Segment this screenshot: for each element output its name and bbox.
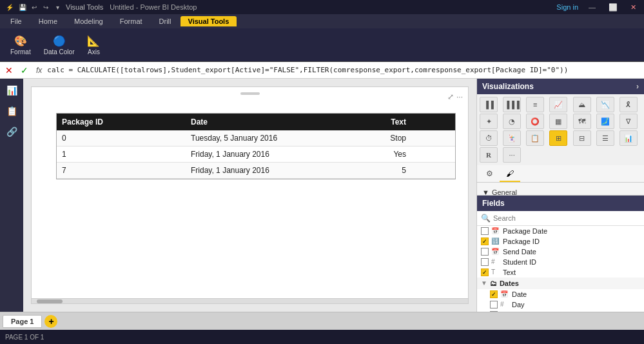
tab-modeling[interactable]: Modeling bbox=[66, 16, 111, 26]
save-icon[interactable]: 💾 bbox=[18, 3, 27, 12]
viz-expand-btn[interactable]: › bbox=[636, 82, 639, 91]
viz-icon-gauge[interactable]: ⏱ bbox=[480, 130, 498, 146]
viz-icon-hbar[interactable]: ≡ bbox=[526, 97, 544, 112]
col-header-text: Text bbox=[347, 114, 411, 130]
ribbon-btn-data-color[interactable]: 🔵 Data Color bbox=[39, 34, 80, 57]
viz-icon-line[interactable]: 📈 bbox=[549, 97, 567, 112]
general-section-header[interactable]: ▼ General bbox=[482, 187, 639, 195]
tab-drill[interactable]: Drill bbox=[151, 16, 179, 26]
field-checkbox-student-id[interactable] bbox=[481, 258, 489, 266]
table-row: 7 Friday, 1 January 2016 5 bbox=[57, 163, 455, 179]
canvas-corner-buttons: ⤢ ··· bbox=[447, 92, 463, 101]
cell-date-1: Friday, 1 January 2016 bbox=[186, 147, 347, 162]
horizontal-scrollbar[interactable] bbox=[32, 298, 468, 303]
field-checkbox-package-id[interactable]: ✓ bbox=[481, 238, 489, 245]
field-isweekday[interactable]: ✓ ISWeekDay bbox=[477, 310, 644, 312]
title-bar: ⚡ 💾 ↩ ↪ ▾ Visual Tools Untitled - Power … bbox=[0, 0, 644, 14]
viz-icon-pie[interactable]: ◔ bbox=[503, 114, 521, 129]
formula-fx-icon: fx bbox=[34, 66, 44, 75]
viz-icon-funnel[interactable]: ∇ bbox=[620, 114, 638, 129]
viz-icon-scatter[interactable]: ✦ bbox=[480, 114, 498, 129]
maximize-btn[interactable]: ⬜ bbox=[606, 3, 620, 12]
field-checkbox-isweekday[interactable] bbox=[490, 311, 498, 312]
redo-icon[interactable]: ↪ bbox=[41, 3, 50, 12]
scrollbar-thumb[interactable] bbox=[37, 299, 63, 303]
viz-icon-r[interactable]: R bbox=[480, 147, 498, 163]
scroll-handle-top[interactable] bbox=[240, 92, 260, 95]
field-checkbox-date[interactable]: ✓ bbox=[490, 290, 498, 298]
viz-icons-grid: ▐▐ ▐▐▐ ≡ 📈 ⛰ 📉 🎗 ✦ ◔ ⭕ ▦ 🗺 🗾 ∇ ⏱ 🃏 📋 ⊞ ⊟ bbox=[477, 94, 644, 165]
viz-icon-map[interactable]: 🗺 bbox=[573, 114, 591, 129]
field-send-date[interactable]: 📅 Send Date bbox=[477, 247, 644, 257]
formula-close-btn[interactable]: ✕ bbox=[3, 65, 15, 76]
add-page-btn[interactable]: + bbox=[44, 315, 57, 328]
viz-tab-format[interactable]: 🖌 bbox=[500, 167, 520, 182]
fields-list: 📅 Package Date ✓ 🔢 Package ID 📅 Send Dat… bbox=[477, 226, 644, 312]
viz-icon-multirow[interactable]: 📋 bbox=[526, 130, 544, 146]
formula-check-btn[interactable]: ✓ bbox=[18, 65, 31, 76]
more-icon[interactable]: ▾ bbox=[53, 3, 62, 12]
viz-icon-donut[interactable]: ⭕ bbox=[526, 114, 544, 129]
dates-group-chevron: ▼ bbox=[481, 279, 487, 287]
table-row: 0 Tuesday, 5 January 2016 Stop bbox=[57, 130, 455, 147]
fields-search-bar: 🔍 bbox=[477, 211, 644, 226]
viz-icon-card[interactable]: 🃏 bbox=[503, 130, 521, 146]
ribbon-btn-data-color-label: Data Color bbox=[44, 48, 75, 56]
viz-icon-filledmap[interactable]: 🗾 bbox=[596, 114, 614, 129]
fields-panel: Fields 🔍 📅 Package Date ✓ 🔢 Package ID bbox=[477, 196, 644, 312]
field-date[interactable]: ✓ 📅 Date bbox=[477, 289, 644, 299]
viz-icon-waterfall[interactable]: 📊 bbox=[620, 130, 638, 146]
field-text[interactable]: ✓ T Text bbox=[477, 267, 644, 278]
quick-access: 💾 ↩ ↪ ▾ bbox=[18, 3, 62, 12]
data-view-btn[interactable]: 📋 bbox=[3, 102, 21, 120]
viz-icon-matrix[interactable]: ⊟ bbox=[573, 130, 591, 146]
viz-icon-table[interactable]: ⊞ bbox=[549, 130, 567, 146]
page-tab-1[interactable]: Page 1 bbox=[3, 315, 42, 328]
relationship-view-btn[interactable]: 🔗 bbox=[3, 123, 21, 141]
viz-icon-ribbon[interactable]: 🎗 bbox=[620, 97, 638, 112]
viz-icon-treemap[interactable]: ▦ bbox=[549, 114, 567, 129]
ribbon-btn-axis[interactable]: 📐 Axis bbox=[82, 34, 105, 57]
table-header: Package ID Date Text bbox=[57, 114, 455, 130]
tab-home[interactable]: Home bbox=[31, 16, 65, 26]
formula-input[interactable] bbox=[47, 66, 641, 74]
field-checkbox-send-date[interactable] bbox=[481, 248, 489, 256]
viz-icon-slicer[interactable]: ☰ bbox=[596, 130, 614, 146]
field-checkbox-package-date[interactable] bbox=[481, 227, 489, 235]
status-bar: PAGE 1 OF 1 bbox=[0, 330, 644, 344]
viz-icon-stack-area[interactable]: 📉 bbox=[596, 97, 614, 112]
field-student-id[interactable]: # Student ID bbox=[477, 257, 644, 267]
field-checkbox-day[interactable] bbox=[490, 301, 498, 309]
viz-icon-more[interactable]: ··· bbox=[503, 147, 521, 163]
field-package-date[interactable]: 📅 Package Date bbox=[477, 226, 644, 236]
field-day[interactable]: # Day bbox=[477, 299, 644, 310]
field-type-date: 📅 bbox=[500, 290, 509, 298]
undo-icon[interactable]: ↩ bbox=[30, 3, 39, 12]
field-package-id[interactable]: ✓ 🔢 Package ID bbox=[477, 236, 644, 247]
tab-visual-tools[interactable]: Visual Tools bbox=[181, 16, 237, 26]
report-view-btn[interactable]: 📊 bbox=[3, 81, 21, 99]
minimize-btn[interactable]: — bbox=[586, 3, 598, 11]
field-label-student-id: Student ID bbox=[503, 258, 536, 266]
fields-search-input[interactable] bbox=[493, 214, 640, 222]
field-checkbox-text[interactable]: ✓ bbox=[481, 268, 489, 276]
field-type-package-date: 📅 bbox=[491, 227, 500, 234]
close-btn[interactable]: ✕ bbox=[628, 3, 639, 12]
status-text: PAGE 1 OF 1 bbox=[5, 334, 44, 341]
field-group-dates[interactable]: ▼ 🗂 Dates bbox=[477, 278, 644, 289]
ribbon-btn-format[interactable]: 🎨 Format bbox=[5, 34, 36, 57]
expand-icon[interactable]: ⤢ bbox=[447, 92, 454, 101]
canvas-area[interactable]: ⤢ ··· Package ID Date Text 0 Tuesday, 5 … bbox=[23, 79, 476, 312]
viz-icon-bar[interactable]: ▐▐ bbox=[480, 97, 498, 112]
tab-file[interactable]: File bbox=[3, 16, 30, 26]
viz-tab-fields[interactable]: ⚙ bbox=[480, 167, 500, 182]
viz-icon-stacked-bar[interactable]: ▐▐▐ bbox=[503, 97, 521, 112]
table-widget: Package ID Date Text 0 Tuesday, 5 Januar… bbox=[56, 113, 456, 179]
active-ribbon-label: Visual Tools bbox=[66, 3, 103, 11]
tab-format[interactable]: Format bbox=[112, 16, 150, 26]
viz-icon-area[interactable]: ⛰ bbox=[573, 97, 591, 112]
more-options-icon[interactable]: ··· bbox=[456, 92, 463, 101]
sign-in-link[interactable]: Sign in bbox=[556, 3, 578, 11]
field-label-date: Date bbox=[512, 290, 527, 298]
search-icon: 🔍 bbox=[481, 214, 491, 223]
